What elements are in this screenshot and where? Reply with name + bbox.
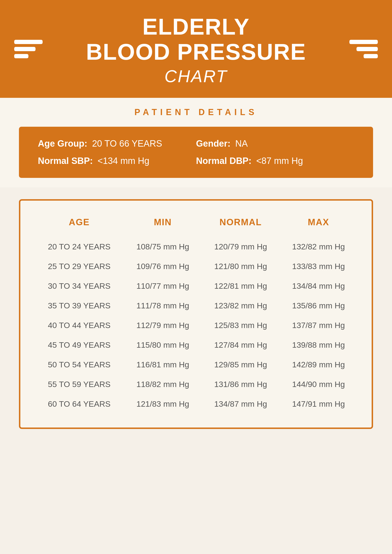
cell-max: 144/90 mm Hg xyxy=(280,375,357,394)
table-row: 40 TO 44 YEARS112/79 mm Hg125/83 mm Hg13… xyxy=(35,315,357,335)
cell-age: 25 TO 29 YEARS xyxy=(35,256,124,276)
patient-details-title: PATIENT DETAILS xyxy=(19,107,373,117)
cell-min: 116/81 mm Hg xyxy=(124,355,202,375)
cell-min: 115/80 mm Hg xyxy=(124,335,202,355)
deco-bar-3 xyxy=(14,54,28,58)
cell-normal: 127/84 mm Hg xyxy=(202,335,280,355)
cell-age: 40 TO 44 YEARS xyxy=(35,315,124,335)
cell-normal: 123/82 mm Hg xyxy=(202,296,280,315)
cell-max: 132/82 mm Hg xyxy=(280,237,357,256)
normal-dbp-value: <87 mm Hg xyxy=(256,156,303,166)
age-group-item: Age Group: 20 TO 66 YEARS xyxy=(38,139,196,149)
normal-sbp-label: Normal SBP: xyxy=(38,156,93,166)
col-normal: NORMAL xyxy=(202,213,280,237)
cell-normal: 122/81 mm Hg xyxy=(202,276,280,296)
cell-max: 147/91 mm Hg xyxy=(280,394,357,416)
table-container: AGE MIN NORMAL MAX 20 TO 24 YEARS108/75 … xyxy=(19,199,373,429)
deco-bar-6 xyxy=(364,54,378,58)
cell-age: 45 TO 49 YEARS xyxy=(35,335,124,355)
col-max: MAX xyxy=(280,213,357,237)
page-header: ELDERLY BLOOD PRESSURE CHART xyxy=(0,0,392,98)
header-title-sub: CHART xyxy=(9,67,383,86)
cell-max: 133/83 mm Hg xyxy=(280,256,357,276)
col-min: MIN xyxy=(124,213,202,237)
cell-min: 108/75 mm Hg xyxy=(124,237,202,256)
table-row: 45 TO 49 YEARS115/80 mm Hg127/84 mm Hg13… xyxy=(35,335,357,355)
decoration-right xyxy=(349,40,378,58)
age-group-label: Age Group: xyxy=(38,139,87,149)
cell-normal: 120/79 mm Hg xyxy=(202,237,280,256)
cell-min: 118/82 mm Hg xyxy=(124,375,202,394)
col-age: AGE xyxy=(35,213,124,237)
table-row: 55 TO 59 YEARS118/82 mm Hg131/86 mm Hg14… xyxy=(35,375,357,394)
patient-details-section: PATIENT DETAILS Age Group: 20 TO 66 YEAR… xyxy=(0,98,392,187)
cell-max: 137/87 mm Hg xyxy=(280,315,357,335)
blood-pressure-table: AGE MIN NORMAL MAX 20 TO 24 YEARS108/75 … xyxy=(35,213,357,416)
normal-dbp-item: Normal DBP: <87 mm Hg xyxy=(196,156,354,166)
cell-normal: 134/87 mm Hg xyxy=(202,394,280,416)
gender-value: NA xyxy=(235,139,248,149)
header-title-main: ELDERLY BLOOD PRESSURE xyxy=(9,14,383,64)
cell-max: 139/88 mm Hg xyxy=(280,335,357,355)
cell-min: 121/83 mm Hg xyxy=(124,394,202,416)
cell-min: 109/76 mm Hg xyxy=(124,256,202,276)
deco-bar-2 xyxy=(14,47,35,51)
cell-age: 55 TO 59 YEARS xyxy=(35,375,124,394)
cell-min: 112/79 mm Hg xyxy=(124,315,202,335)
table-header-row: AGE MIN NORMAL MAX xyxy=(35,213,357,237)
decoration-left xyxy=(14,40,43,58)
gender-item: Gender: NA xyxy=(196,139,354,149)
cell-age: 50 TO 54 YEARS xyxy=(35,355,124,375)
gender-label: Gender: xyxy=(196,139,231,149)
cell-min: 110/77 mm Hg xyxy=(124,276,202,296)
cell-max: 142/89 mm Hg xyxy=(280,355,357,375)
table-row: 25 TO 29 YEARS109/76 mm Hg121/80 mm Hg13… xyxy=(35,256,357,276)
deco-bar-5 xyxy=(357,47,378,51)
deco-bar-1 xyxy=(14,40,43,44)
age-group-value: 20 TO 66 YEARS xyxy=(92,139,162,149)
normal-sbp-value: <134 mm Hg xyxy=(98,156,149,166)
cell-max: 135/86 mm Hg xyxy=(280,296,357,315)
cell-age: 20 TO 24 YEARS xyxy=(35,237,124,256)
cell-max: 134/84 mm Hg xyxy=(280,276,357,296)
cell-age: 60 TO 64 YEARS xyxy=(35,394,124,416)
table-row: 60 TO 64 YEARS121/83 mm Hg134/87 mm Hg14… xyxy=(35,394,357,416)
deco-bar-4 xyxy=(349,40,378,44)
cell-min: 111/78 mm Hg xyxy=(124,296,202,315)
cell-age: 35 TO 39 YEARS xyxy=(35,296,124,315)
table-row: 20 TO 24 YEARS108/75 mm Hg120/79 mm Hg13… xyxy=(35,237,357,256)
table-section: AGE MIN NORMAL MAX 20 TO 24 YEARS108/75 … xyxy=(0,187,392,554)
cell-normal: 131/86 mm Hg xyxy=(202,375,280,394)
cell-normal: 121/80 mm Hg xyxy=(202,256,280,276)
table-row: 30 TO 34 YEARS110/77 mm Hg122/81 mm Hg13… xyxy=(35,276,357,296)
normal-dbp-label: Normal DBP: xyxy=(196,156,251,166)
table-row: 35 TO 39 YEARS111/78 mm Hg123/82 mm Hg13… xyxy=(35,296,357,315)
normal-sbp-item: Normal SBP: <134 mm Hg xyxy=(38,156,196,166)
table-row: 50 TO 54 YEARS116/81 mm Hg129/85 mm Hg14… xyxy=(35,355,357,375)
cell-normal: 125/83 mm Hg xyxy=(202,315,280,335)
cell-age: 30 TO 34 YEARS xyxy=(35,276,124,296)
patient-details-grid: Age Group: 20 TO 66 YEARS Gender: NA Nor… xyxy=(19,127,373,178)
cell-normal: 129/85 mm Hg xyxy=(202,355,280,375)
